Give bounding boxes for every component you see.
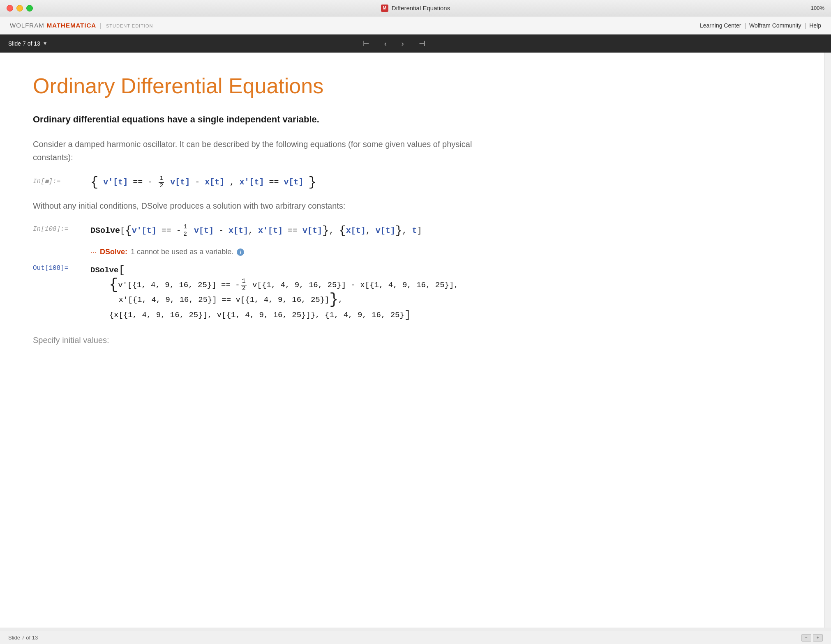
bottom-ctrl-plus[interactable]: + [813,634,823,642]
menu-bar: WOLFRAM MATHEMATICA | STUDENT EDITION Le… [0,16,831,34]
v-term-3: v[t] [189,226,214,235]
window-title: M Differential Equations [381,5,450,12]
scrollbar[interactable] [824,53,831,628]
body-text-2: Without any initial conditions, DSolve p… [33,199,485,212]
output-content: DSolve[ {v′[{1, 4, 9, 16, 25}] == -12 v[… [90,263,798,322]
cell-content-1[interactable]: { v'[t] == - 1 2 v[t] - x[t] , x'[t] == … [90,175,798,189]
v-prime-2: v'[t] [132,226,157,235]
comma-5: , [402,226,412,235]
comma-1: , [229,177,234,187]
edition-label: STUDENT EDITION [106,23,153,28]
v-prime: v'[t] [103,177,128,187]
close-brace-3: } [395,224,402,237]
x-term-2: x[t] [229,226,248,235]
v-t: v[t] [376,226,395,235]
out-label: Out[108]= [33,263,90,272]
open-brace-2: { [125,224,132,237]
open-brace-1: { [90,175,98,190]
cell-content-2[interactable]: DSolve[{v'[t] == -12 v[t] - x[t], x'[t] … [90,224,798,238]
close-button[interactable] [7,5,13,12]
eq3: == - [157,226,181,235]
info-icon[interactable]: i [237,248,244,256]
page-title: Ordinary Differential Equations [33,73,798,99]
out-close-brace-1: } [330,291,339,308]
eq2: == [269,177,284,187]
input-cell-2: In[108]:= DSolve[{v'[t] == -12 v[t] - x[… [33,224,798,238]
bottom-slide-label: Slide 7 of 13 [8,635,38,641]
body-text-1: Consider a damped harmonic oscillator. I… [33,138,485,164]
v-term-4: v[t] [302,226,322,235]
input-cell-1: In[◼]:= { v'[t] == - 1 2 v[t] - x[t] , x… [33,175,798,189]
nav-last-button[interactable]: ⊣ [416,38,429,49]
out-close-bracket: ] [404,308,411,321]
x-t: x[t] [346,226,366,235]
title-bar: M Differential Equations 100% [0,0,831,16]
fraction-2: 12 [182,224,188,238]
traffic-lights [7,5,33,12]
wolfram-label: WOLFRAM [10,22,44,29]
message-dots: ··· [90,248,97,256]
learning-center-link[interactable]: Learning Center [700,22,741,29]
open-brace-3: { [339,224,346,237]
message-line: ··· DSolve: 1 cannot be used as a variab… [90,248,798,256]
menu-links: Learning Center | Wolfram Community | He… [700,22,821,29]
nav-first-button[interactable]: ⊢ [360,38,373,49]
comma-3: , [329,226,339,235]
out-frac: 12 [241,278,247,292]
mathematica-label: MATHEMATICA [47,22,96,29]
zoom-level: 100% [811,5,824,11]
slide-indicator-text: Slide 7 of 13 [8,40,40,47]
x-term-1: x[t] [205,177,224,187]
bottom-ctrl-minus[interactable]: − [801,634,811,642]
minimize-button[interactable] [16,5,23,12]
nav-prev-button[interactable]: ‹ [381,38,390,49]
nav-next-button[interactable]: › [398,38,407,49]
chevron-down-icon: ▼ [43,41,48,46]
v-term: v[t] [170,177,190,187]
app-branding: WOLFRAM MATHEMATICA | STUDENT EDITION [10,22,153,29]
maximize-button[interactable] [26,5,33,12]
nav-bar: Slide 7 of 13 ▼ ⊢ ‹ › ⊣ [0,34,831,53]
bottom-controls: − + [801,634,823,642]
t-var: t [412,226,417,235]
content-area: Ordinary Differential Equations Ordinary… [0,53,831,628]
brand-separator: | [99,22,101,29]
output-cell: Out[108]= DSolve[ {v′[{1, 4, 9, 16, 25}]… [33,263,798,322]
out-open-bracket: [ [118,264,125,276]
minus-2: - [214,226,229,235]
eq1: == - [133,177,152,187]
open-bracket: [ [120,226,125,235]
comma-4: , [366,226,376,235]
out-open-brace: { [109,276,118,293]
fraction-1: 1 2 [159,175,164,189]
in-label-2: In[108]:= [33,224,90,233]
separator-1: | [744,22,746,29]
bottom-bar: Slide 7 of 13 − + [0,631,831,644]
minus-1: - [195,177,205,187]
x-prime-2: x'[t] [253,226,283,235]
subtitle: Ordinary differential equations have a s… [33,113,798,126]
dsolve-out-cmd: DSolve [90,266,118,275]
close-brace-2: } [322,224,329,237]
eq4: == [283,226,302,235]
help-link[interactable]: Help [809,22,821,29]
comma-2: , [248,226,253,235]
separator-2: | [805,22,806,29]
error-text: 1 cannot be used as a variable. [131,248,233,256]
close-bracket: ] [417,226,422,235]
specify-text: Specify initial values: [33,336,798,345]
close-brace-1: } [309,175,316,190]
nav-controls: ⊢ ‹ › ⊣ [360,38,429,49]
x-prime: x'[t] [239,177,264,187]
v-term-2: v[t] [284,177,303,187]
dsolve-cmd: DSolve [90,226,120,235]
slide-indicator[interactable]: Slide 7 of 13 ▼ [8,40,48,47]
in-label-1: In[◼]:= [33,175,90,185]
dsolve-error-label: DSolve: [100,248,127,256]
app-icon: M [381,5,388,12]
wolfram-community-link[interactable]: Wolfram Community [749,22,801,29]
